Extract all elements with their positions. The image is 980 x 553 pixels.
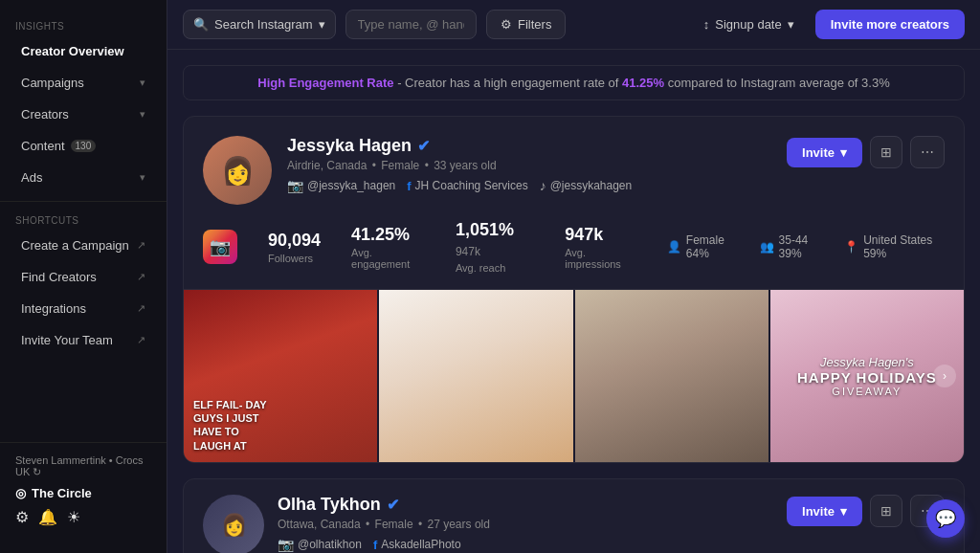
- sidebar-item-label: Creators: [21, 107, 69, 122]
- tiktok-link[interactable]: ♪ @jessykahagen: [540, 178, 633, 193]
- sidebar-brand: ◎ The Circle: [15, 486, 151, 500]
- search-icon: 🔍: [193, 17, 209, 32]
- invite-jessyka-button[interactable]: Invite ▾: [787, 138, 862, 167]
- sidebar-divider: [0, 201, 167, 202]
- engagement-highlight: High Engagement Rate: [257, 76, 393, 90]
- facebook-link[interactable]: f JH Coaching Services: [407, 179, 527, 193]
- external-icon: ↗: [137, 271, 145, 283]
- shortcuts-section-label: Shortcuts: [0, 210, 167, 230]
- search-input[interactable]: [358, 17, 464, 32]
- sun-icon[interactable]: ☀: [67, 508, 80, 526]
- stat-followers: 90,094 Followers: [268, 231, 321, 264]
- sidebar: Insights Creator Overview Campaigns ▾ Cr…: [0, 0, 167, 553]
- sidebar-item-label: Create a Campaign: [21, 238, 129, 253]
- invite-olha-button[interactable]: Invite ▾: [787, 497, 862, 526]
- audience-gender: 👤 Female 64%: [667, 233, 741, 260]
- post-image-1[interactable]: elf fail- dayGUYS I JUSTHAVE TOLAUGH AT: [184, 290, 377, 462]
- avatar-olha: 👩: [203, 495, 264, 553]
- creator-socials-jessyka: 📷 @jessyka_hagen f JH Coaching Services …: [287, 178, 771, 193]
- engagement-banner: High Engagement Rate - Creator has a hig…: [183, 65, 965, 100]
- sidebar-item-invite-team[interactable]: Invite Your Team ↗: [6, 325, 161, 355]
- creator-name-jessyka: Jessyka Hagen ✔: [287, 136, 771, 156]
- search-input-wrap: [345, 10, 477, 39]
- sidebar-item-label: Creator Overview: [21, 44, 124, 58]
- age-icon: 👥: [760, 240, 774, 254]
- facebook-icon: f: [373, 538, 377, 552]
- sidebar-item-label: Integrations: [21, 301, 86, 316]
- sidebar-item-integrations[interactable]: Integrations ↗: [6, 294, 161, 323]
- sidebar-item-find-creators[interactable]: Find Creators ↗: [6, 262, 161, 292]
- settings-icon[interactable]: ⚙: [15, 508, 29, 526]
- brand-logo: ◎: [15, 486, 26, 500]
- platform-selector[interactable]: 🔍 Search Instagram ▾: [183, 10, 336, 39]
- invite-more-creators-button[interactable]: Invite more creators: [815, 10, 965, 39]
- chevron-down-icon: ▾: [840, 145, 847, 160]
- chevron-down-icon: ▾: [840, 504, 847, 519]
- chevron-down-icon: ▾: [319, 17, 325, 32]
- verified-badge-jessyka: ✔: [417, 137, 430, 155]
- topbar: 🔍 Search Instagram ▾ ⚙ Filters ↕ Signup …: [167, 0, 980, 50]
- engagement-rate: 41.25%: [622, 76, 664, 90]
- sidebar-bottom-icons: ⚙ 🔔 ☀: [15, 508, 151, 526]
- external-icon: ↗: [137, 302, 145, 315]
- creator-socials-olha: 📷 @olhatikhon f AskadellaPhoto: [278, 537, 773, 552]
- platform-label: Search Instagram: [214, 17, 313, 32]
- content-badge: 130: [71, 140, 97, 152]
- creator-header-jessyka: 👩 Jessyka Hagen ✔ Airdrie, Canada • Fema…: [184, 117, 964, 220]
- instagram-link[interactable]: 📷 @jessyka_hagen: [287, 178, 395, 193]
- sidebar-item-label: Find Creators: [21, 270, 97, 284]
- grid-view-button[interactable]: ⊞: [870, 136, 902, 168]
- facebook-link-olha[interactable]: f AskadellaPhoto: [373, 538, 461, 552]
- post-image-2[interactable]: [377, 290, 572, 462]
- sidebar-item-label: Invite Your Team: [21, 333, 113, 347]
- instagram-icon: 📷: [287, 178, 303, 193]
- creator-info-jessyka: Jessyka Hagen ✔ Airdrie, Canada • Female…: [287, 136, 771, 193]
- instagram-icon: 📷: [278, 537, 294, 552]
- stat-impressions: 947k Avg. impressions: [565, 225, 636, 270]
- creator-name-olha: Olha Tykhon ✔: [278, 495, 773, 515]
- creator-stats-jessyka: 📷 90,094 Followers 41.25% Avg. engagemen…: [184, 220, 964, 290]
- image-grid-jessyka: elf fail- dayGUYS I JUSTHAVE TOLAUGH AT …: [184, 290, 964, 462]
- creator-actions-jessyka: Invite ▾ ⊞ ⋯: [787, 136, 945, 168]
- creator-meta-olha: Ottawa, Canada • Female • 27 years old: [278, 518, 773, 531]
- audience-age: 👥 35-44 39%: [760, 233, 826, 260]
- sort-button[interactable]: ↕ Signup date ▾: [692, 11, 806, 38]
- creator-info-olha: Olha Tykhon ✔ Ottawa, Canada • Female • …: [278, 495, 773, 552]
- more-options-button[interactable]: ⋯: [910, 136, 945, 168]
- stat-reach-value: 1,051% 947k: [456, 220, 534, 260]
- location-icon: 📍: [844, 240, 858, 254]
- sidebar-user-name: Steven Lammertink • Crocs UK ↻: [15, 454, 151, 478]
- sort-icon: ↕: [703, 17, 710, 32]
- creator-meta-jessyka: Airdrie, Canada • Female • 33 years old: [287, 159, 771, 172]
- instagram-link-olha[interactable]: 📷 @olhatikhon: [278, 537, 362, 552]
- creator-actions-olha: Invite ▾ ⊞ ⋯: [787, 495, 945, 527]
- filters-button[interactable]: ⚙ Filters: [486, 10, 566, 39]
- image-next-arrow[interactable]: ›: [933, 365, 956, 387]
- post-image-3[interactable]: [573, 290, 768, 462]
- sidebar-item-create-campaign[interactable]: Create a Campaign ↗: [6, 231, 161, 260]
- stat-engagement: 41.25% Avg. engagement: [351, 225, 425, 270]
- avatar-jessyka: 👩: [203, 136, 272, 205]
- audience-location: 📍 United States 59%: [844, 233, 945, 260]
- creator-header-olha: 👩 Olha Tykhon ✔ Ottawa, Canada • Female …: [203, 495, 945, 553]
- sidebar-item-campaigns[interactable]: Campaigns ▾: [6, 68, 161, 98]
- facebook-icon: f: [407, 179, 411, 193]
- post-image-4[interactable]: Jessyka Hagen's HAPPY HOLIDAYS GIVEAWAY …: [768, 290, 964, 462]
- chat-icon: 💬: [935, 508, 956, 529]
- sidebar-item-creators[interactable]: Creators ▾: [6, 100, 161, 129]
- stat-reach-sub: 947k: [456, 245, 480, 258]
- bell-icon[interactable]: 🔔: [38, 508, 57, 526]
- audience-stats-jessyka: 👤 Female 64% 👥 35-44 39% 📍 United States…: [667, 233, 945, 260]
- grid-view-button-olha[interactable]: ⊞: [870, 495, 902, 527]
- chevron-down-icon: ▾: [140, 171, 145, 184]
- stat-impressions-value: 947k: [565, 225, 636, 245]
- stat-reach: 1,051% 947k Avg. reach: [456, 220, 534, 274]
- sidebar-item-content[interactable]: Content 130: [6, 131, 161, 161]
- sidebar-item-creator-overview[interactable]: Creator Overview: [6, 36, 161, 66]
- stat-followers-value: 90,094: [268, 231, 321, 251]
- sidebar-item-label: Ads: [21, 170, 42, 185]
- creator-card-jessyka: 👩 Jessyka Hagen ✔ Airdrie, Canada • Fema…: [183, 116, 965, 463]
- sidebar-item-ads[interactable]: Ads ▾: [6, 163, 161, 192]
- chevron-down-icon: ▾: [788, 17, 794, 32]
- chat-fab-button[interactable]: 💬: [926, 499, 965, 538]
